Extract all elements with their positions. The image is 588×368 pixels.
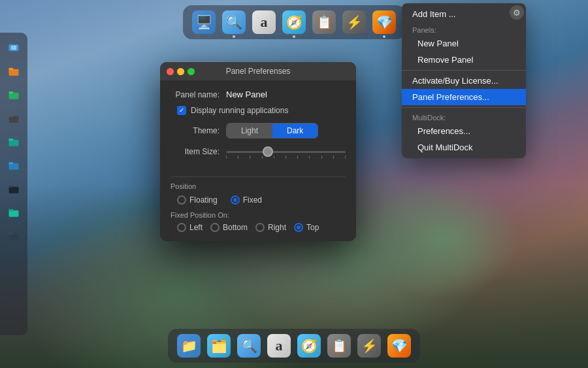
menu-add-item[interactable]: Add Item ... xyxy=(402,6,526,22)
panel-preferences-window: Panel Preferenses Panel name: New Panel … xyxy=(160,62,356,241)
radio-inner-top xyxy=(297,226,301,229)
fixed-radio[interactable]: Fixed xyxy=(231,195,262,205)
bottom-dock-finder[interactable]: 🔍 xyxy=(236,333,262,359)
svg-rect-7 xyxy=(9,115,14,117)
radio-inner xyxy=(233,198,237,202)
floating-radio-button[interactable] xyxy=(177,195,186,205)
left-radio-button[interactable] xyxy=(177,223,186,232)
sidebar-item-5[interactable] xyxy=(4,156,24,175)
fixed-radio-button[interactable] xyxy=(231,195,240,205)
traffic-lights xyxy=(167,68,195,75)
position-radio-group: Floating Fixed xyxy=(171,195,346,205)
menu-separator-2 xyxy=(402,107,526,108)
bottom-radio[interactable]: Bottom xyxy=(210,223,248,232)
fixed-label: Fixed xyxy=(243,195,262,205)
maximize-button[interactable] xyxy=(188,68,195,75)
bottom-radio-button[interactable] xyxy=(210,223,220,232)
top-dock-safari[interactable]: 🧭 xyxy=(281,9,307,35)
left-label: Left xyxy=(189,223,203,232)
floating-radio[interactable]: Floating xyxy=(177,195,218,205)
bottom-dock-clipboard[interactable]: 📋 xyxy=(326,333,352,359)
menu-quit-multidock[interactable]: Quit MultiDock xyxy=(402,139,526,156)
bottom-dock-photos[interactable]: 🗂️ xyxy=(206,333,232,359)
theme-toggle: Light Dark xyxy=(226,123,318,139)
left-radio[interactable]: Left xyxy=(177,223,203,232)
right-radio-button[interactable] xyxy=(255,223,265,232)
slider-track xyxy=(226,151,346,153)
theme-row: Theme: Light Dark xyxy=(171,123,346,139)
checkbox-check: ✓ xyxy=(179,107,184,114)
top-dock-sketch[interactable]: 💎 xyxy=(371,9,397,35)
menu-activate-license[interactable]: Activate/Buy License... xyxy=(402,73,526,89)
fixed-position-label: Fixed Position On: xyxy=(171,211,346,219)
dock-dot xyxy=(293,35,295,38)
top-dock-flash[interactable]: ⚡ xyxy=(341,9,367,35)
svg-rect-11 xyxy=(9,162,14,164)
menu-new-panel[interactable]: New Panel xyxy=(402,35,526,52)
sidebar-item-1[interactable] xyxy=(4,61,24,81)
slider-ticks xyxy=(226,156,346,159)
left-sidebar xyxy=(0,33,27,335)
panel-name-row: Panel name: New Panel xyxy=(171,90,346,99)
svg-rect-3 xyxy=(9,68,14,70)
bottom-dock: 📁 🗂️ 🔍 a 🧭 📋 ⚡ 💎 xyxy=(168,329,420,363)
top-dock-finder[interactable]: 🔍 xyxy=(221,9,247,35)
bottom-dock-folder[interactable]: 📁 xyxy=(176,333,202,359)
sidebar-item-0[interactable] xyxy=(4,38,24,58)
window-titlebar: Panel Preferenses xyxy=(160,62,356,80)
display-running-label: Display running applications xyxy=(191,106,288,115)
bottom-label: Bottom xyxy=(223,223,248,232)
position-label: Position xyxy=(171,182,346,190)
theme-label: Theme: xyxy=(171,126,226,135)
panel-name-label: Panel name: xyxy=(171,90,226,99)
top-dock: 🖥️ 🔍 a 🧭 📋 ⚡ 💎 xyxy=(183,5,405,39)
floating-label: Floating xyxy=(189,195,218,205)
section-divider xyxy=(171,176,346,177)
svg-rect-5 xyxy=(9,92,14,93)
fixed-position-section: Fixed Position On: Left Bottom Right xyxy=(171,211,346,232)
sidebar-item-7[interactable] xyxy=(4,203,24,222)
sidebar-item-3[interactable] xyxy=(4,109,24,128)
minimize-button[interactable] xyxy=(177,68,184,75)
window-content: Panel name: New Panel ✓ Display running … xyxy=(160,80,356,241)
menu-remove-panel[interactable]: Remove Panel xyxy=(402,52,526,68)
sidebar-item-2[interactable] xyxy=(4,85,24,105)
bottom-dock-sketch[interactable]: 💎 xyxy=(386,333,412,359)
context-menu: Add Item ... Panels: New Panel Remove Pa… xyxy=(402,3,526,158)
menu-multidock-label: MultiDock: xyxy=(402,110,526,123)
right-label: Right xyxy=(268,223,286,232)
svg-rect-15 xyxy=(9,209,14,211)
svg-rect-17 xyxy=(9,233,14,235)
sidebar-item-8[interactable] xyxy=(4,226,24,246)
theme-dark-button[interactable]: Dark xyxy=(272,124,318,138)
theme-light-button[interactable]: Light xyxy=(227,124,272,138)
sidebar-item-4[interactable] xyxy=(4,132,24,152)
sidebar-item-6[interactable] xyxy=(4,179,24,199)
bottom-dock-font[interactable]: a xyxy=(266,333,292,359)
bottom-dock-flash[interactable]: ⚡ xyxy=(356,333,382,359)
panel-name-value: New Panel xyxy=(226,90,267,99)
dock-dot xyxy=(383,35,385,38)
menu-preferences[interactable]: Preferences... xyxy=(402,123,526,139)
gear-menu-button[interactable]: ⚙ xyxy=(510,5,524,20)
item-size-slider[interactable] xyxy=(226,145,346,158)
close-button[interactable] xyxy=(167,68,174,75)
top-dock-monitor[interactable]: 🖥️ xyxy=(191,9,217,35)
top-radio[interactable]: Top xyxy=(294,223,319,232)
menu-separator-1 xyxy=(402,70,526,71)
dock-dot xyxy=(233,35,235,38)
menu-panel-preferences[interactable]: Panel Preferences... xyxy=(402,89,526,105)
bottom-dock-safari[interactable]: 🧭 xyxy=(296,333,322,359)
fixed-position-radio-group: Left Bottom Right Top xyxy=(171,223,346,232)
display-running-row[interactable]: ✓ Display running applications xyxy=(171,106,346,115)
display-running-checkbox[interactable]: ✓ xyxy=(177,106,186,115)
menu-panels-label: Panels: xyxy=(402,22,526,35)
svg-rect-1 xyxy=(11,46,16,50)
item-size-row: Item Size: xyxy=(171,145,346,158)
item-size-label: Item Size: xyxy=(171,147,226,156)
svg-rect-9 xyxy=(9,139,14,141)
top-dock-font[interactable]: a xyxy=(251,9,277,35)
right-radio[interactable]: Right xyxy=(255,223,286,232)
top-dock-clipboard[interactable]: 📋 xyxy=(311,9,337,35)
top-radio-button[interactable] xyxy=(294,223,303,232)
